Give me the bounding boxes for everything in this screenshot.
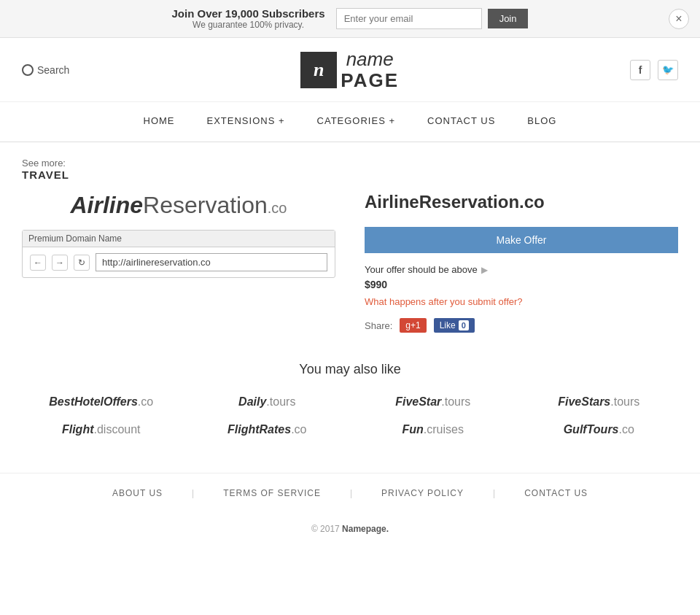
domain-logo-light: Reservation xyxy=(143,192,268,218)
offer-info: Your offer should be above ▶ xyxy=(365,264,678,275)
domain-grid-item[interactable]: GulfTours.co xyxy=(520,423,679,436)
navigation: HOME EXTENSIONS + CATEGORIES + CONTACT U… xyxy=(0,102,700,142)
domain-tld: .co xyxy=(138,395,153,408)
fb-like-button[interactable]: Like 0 xyxy=(434,318,475,333)
domain-preview: AirlineReservation.co Premium Domain Nam… xyxy=(22,192,335,278)
domain-bold: BestHotelOffers xyxy=(49,395,138,408)
domain-bold: FlightRates xyxy=(228,423,291,436)
nav-extensions[interactable]: EXTENSIONS + xyxy=(191,102,301,142)
see-more: See more: TRAVEL xyxy=(22,157,678,181)
domain-tld: .co xyxy=(291,423,306,436)
footer-link[interactable]: ABOUT US xyxy=(112,488,163,498)
footer-divider: | xyxy=(493,488,495,498)
domain-bold: GulfTours xyxy=(564,423,619,436)
domain-grid-item[interactable]: FiveStars.tours xyxy=(520,395,679,409)
search-label: Search xyxy=(37,64,69,76)
nav-blog[interactable]: BLOG xyxy=(511,102,572,142)
domain-logo-tld: .co xyxy=(268,200,287,216)
search-icon xyxy=(22,64,34,76)
domain-bold: Daily xyxy=(238,395,266,408)
domain-tld: .tours xyxy=(610,395,639,408)
search-area[interactable]: Search xyxy=(22,64,69,76)
offer-arrow: ▶ xyxy=(481,265,488,275)
main-content: See more: TRAVEL AirlineReservation.co P… xyxy=(0,142,700,473)
share-label: Share: xyxy=(365,320,392,331)
share-area: Share: g+1 Like 0 xyxy=(365,318,678,333)
nav-categories[interactable]: CATEGORIES + xyxy=(301,102,411,142)
domain-showcase: AirlineReservation.co Premium Domain Nam… xyxy=(22,192,678,333)
nav-contact[interactable]: CONTACT US xyxy=(411,102,511,142)
fb-like-label: Like xyxy=(440,320,456,330)
domain-tld: .co xyxy=(619,423,634,436)
domain-grid-item[interactable]: Fun.cruises xyxy=(354,423,513,436)
domain-logo-bold: Airline xyxy=(70,192,143,218)
logo-icon: n xyxy=(300,52,337,88)
browser-back-button[interactable]: ← xyxy=(30,255,46,271)
top-banner: Join Over 19,000 Subscribers We guarante… xyxy=(0,0,700,38)
domain-tld: .tours xyxy=(266,395,295,408)
domain-bold: FiveStars xyxy=(558,395,610,408)
banner-main-text: Join Over 19,000 Subscribers xyxy=(172,7,325,20)
footer-copyright: © 2017 Namepage. xyxy=(311,524,389,534)
domain-tld: .tours xyxy=(441,395,470,408)
see-more-label: See more: xyxy=(22,158,66,169)
domain-grid-item[interactable]: Flight.discount xyxy=(22,423,181,436)
twitter-icon[interactable]: 🐦 xyxy=(658,60,678,80)
what-happens-link[interactable]: What happens after you submit offer? xyxy=(365,296,678,307)
domain-tld: .cruises xyxy=(424,423,464,436)
footer-divider: | xyxy=(350,488,352,498)
facebook-icon[interactable]: f xyxy=(630,60,650,80)
footer-link[interactable]: TERMS OF SERVICE xyxy=(223,488,321,498)
browser-mockup: Premium Domain Name ← → ↻ http://airline… xyxy=(22,230,335,278)
browser-refresh-button[interactable]: ↻ xyxy=(74,255,90,271)
banner-sub-text: We guarantee 100% privacy. xyxy=(172,20,325,30)
banner-text: Join Over 19,000 Subscribers We guarante… xyxy=(172,7,325,30)
domain-grid-item[interactable]: BestHotelOffers.co xyxy=(22,395,181,409)
browser-forward-button[interactable]: → xyxy=(52,255,68,271)
logo-area[interactable]: n name PAGE xyxy=(300,49,399,90)
see-more-link[interactable]: TRAVEL xyxy=(22,169,69,181)
browser-content: ← → ↻ http://airlinereservation.co xyxy=(23,247,335,277)
offer-info-text: Your offer should be above xyxy=(365,264,478,275)
domain-name-heading: AirlineReservation.co xyxy=(365,192,678,212)
browser-label: Premium Domain Name xyxy=(23,231,335,247)
domain-bold: Fun xyxy=(402,423,424,436)
domain-grid-item[interactable]: FiveStar.tours xyxy=(354,395,513,409)
domain-grid: BestHotelOffers.coDaily.toursFiveStar.to… xyxy=(22,395,678,436)
footer-link[interactable]: PRIVACY POLICY xyxy=(381,488,464,498)
email-form: Join xyxy=(336,8,529,29)
social-icons: f 🐦 xyxy=(630,60,678,80)
you-may-like: You may also like BestHotelOffers.coDail… xyxy=(22,362,678,436)
domain-bold: FiveStar xyxy=(395,395,441,408)
footer-divider: | xyxy=(192,488,194,498)
fb-count: 0 xyxy=(459,320,469,330)
domain-bold: Flight xyxy=(62,423,94,436)
domain-grid-item[interactable]: Daily.tours xyxy=(188,395,347,409)
footer-link[interactable]: CONTACT US xyxy=(524,488,588,498)
browser-url: http://airlinereservation.co xyxy=(96,253,327,271)
close-button[interactable]: × xyxy=(669,9,689,29)
domain-grid-item[interactable]: FlightRates.co xyxy=(188,423,347,436)
domain-info: AirlineReservation.co Make Offer Your of… xyxy=(365,192,678,333)
domain-logo-text: AirlineReservation.co xyxy=(22,192,335,219)
footer-bottom: © 2017 Namepage. xyxy=(0,513,700,545)
join-button[interactable]: Join xyxy=(488,9,529,28)
header: Search n name PAGE f 🐦 xyxy=(0,38,700,102)
logo-text: name PAGE xyxy=(341,49,399,90)
logo: n name PAGE xyxy=(300,49,399,90)
offer-amount: $990 xyxy=(365,279,678,290)
logo-name: name xyxy=(341,49,399,70)
make-offer-button[interactable]: Make Offer xyxy=(365,227,678,253)
footer-brand[interactable]: Namepage. xyxy=(342,524,389,534)
email-input[interactable] xyxy=(336,8,482,29)
domain-tld: .discount xyxy=(94,423,141,436)
footer-links: ABOUT US|TERMS OF SERVICE|PRIVACY POLICY… xyxy=(0,473,700,513)
nav-home[interactable]: HOME xyxy=(128,102,191,142)
gplus-button[interactable]: g+1 xyxy=(400,318,426,333)
logo-page: PAGE xyxy=(341,70,399,91)
you-may-like-title: You may also like xyxy=(22,362,678,377)
